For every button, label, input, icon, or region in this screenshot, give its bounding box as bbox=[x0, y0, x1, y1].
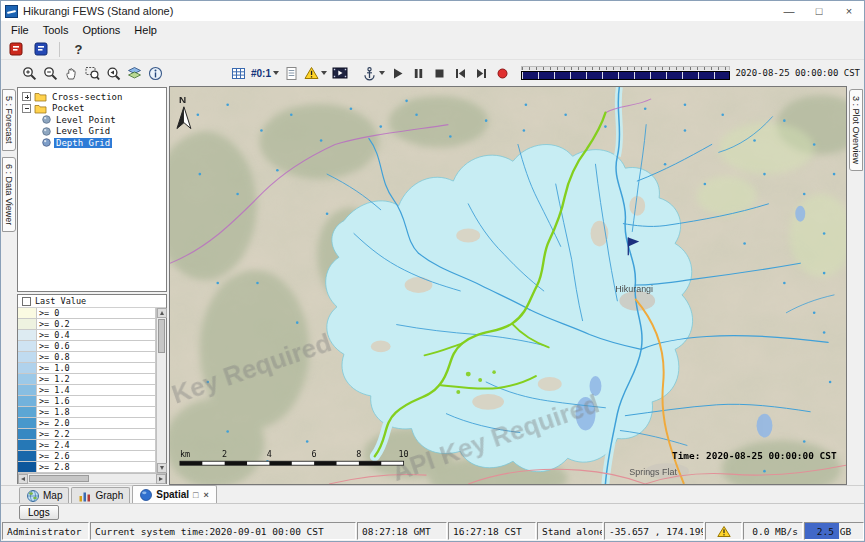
legend-label: >= 1.8 bbox=[37, 407, 156, 417]
title-bar: Hikurangi FEWS (Stand alone) — □ × bbox=[1, 1, 864, 21]
menu-options[interactable]: Options bbox=[75, 22, 127, 38]
app-logo-icon bbox=[5, 5, 18, 18]
skip-to-end-button[interactable] bbox=[471, 63, 492, 83]
tree-node-label[interactable]: Pocket bbox=[50, 103, 87, 113]
map-view[interactable]: API Key Required API Key Required Hikura… bbox=[169, 86, 847, 485]
datetime-display: 2020-08-25 00:00:00 CST bbox=[735, 68, 864, 78]
undock-tab-icon[interactable]: □ bbox=[192, 490, 199, 500]
status-bar: Administrator Current system time:2020-0… bbox=[1, 521, 864, 541]
warning-dropdown[interactable] bbox=[302, 63, 329, 83]
north-label: N bbox=[179, 94, 186, 105]
close-button[interactable]: × bbox=[834, 1, 864, 21]
legend-swatch bbox=[18, 429, 37, 439]
legend-panel: Last Value >= 0 >= 0.2 >= 0.4 >= 0.6 >= … bbox=[17, 294, 167, 484]
record-button[interactable] bbox=[492, 63, 513, 83]
scroll-thumb[interactable] bbox=[158, 319, 165, 353]
tab-forecast[interactable]: 5 : Forecast bbox=[2, 89, 16, 151]
layer-tree: Cross-section Pocket Level Point Level G… bbox=[17, 87, 167, 292]
info-button[interactable] bbox=[145, 63, 166, 83]
expand-icon[interactable] bbox=[22, 92, 31, 101]
legend-label: >= 0.6 bbox=[37, 341, 156, 351]
skip-to-start-button[interactable] bbox=[450, 63, 471, 83]
scroll-left-arrow[interactable] bbox=[18, 474, 28, 484]
layers-button[interactable] bbox=[124, 63, 145, 83]
grid-display-button[interactable] bbox=[228, 63, 249, 83]
legend-swatch bbox=[18, 396, 37, 406]
scale-tick: 2 bbox=[222, 449, 227, 459]
scroll-right-arrow[interactable] bbox=[156, 474, 166, 484]
tree-node-level-grid[interactable]: Level Grid bbox=[18, 126, 166, 138]
zoom-in-button[interactable] bbox=[19, 63, 40, 83]
scale-tick: 6 bbox=[312, 449, 317, 459]
document-button[interactable] bbox=[281, 63, 302, 83]
tree-node-label[interactable]: Cross-section bbox=[50, 92, 124, 102]
legend-row: >= 0.2 bbox=[18, 319, 156, 330]
maximize-button[interactable]: □ bbox=[804, 1, 834, 21]
zoom-out-button[interactable] bbox=[40, 63, 61, 83]
tab-data-viewer[interactable]: 6 : Data Viewer bbox=[2, 157, 16, 232]
tree-node-cross-section[interactable]: Cross-section bbox=[18, 91, 166, 103]
legend-vertical-scrollbar[interactable] bbox=[156, 308, 166, 473]
help-button[interactable]: ? bbox=[68, 39, 89, 59]
status-system-time: Current system time:2020-09-01 00:00 CST bbox=[90, 522, 356, 540]
frame-selector-dropdown[interactable]: #0:1 bbox=[249, 63, 281, 83]
warning-icon bbox=[304, 66, 319, 80]
scroll-up-arrow[interactable] bbox=[157, 308, 167, 318]
tree-node-label[interactable]: Level Point bbox=[54, 115, 118, 125]
legend-label: >= 1.4 bbox=[37, 385, 156, 395]
menu-tools[interactable]: Tools bbox=[36, 22, 76, 38]
collapse-icon[interactable] bbox=[22, 104, 31, 113]
tree-node-label-selected[interactable]: Depth Grid bbox=[54, 138, 112, 148]
logs-button[interactable]: Logs bbox=[19, 505, 59, 520]
stop-button[interactable] bbox=[429, 63, 450, 83]
memory-usage-label: 2.5 GB bbox=[817, 526, 851, 537]
legend-row: >= 2.2 bbox=[18, 429, 156, 440]
timeline-bar[interactable] bbox=[521, 71, 730, 80]
status-warning[interactable] bbox=[705, 522, 742, 540]
legend-row: >= 1.4 bbox=[18, 385, 156, 396]
last-value-checkbox[interactable] bbox=[22, 297, 31, 306]
tree-node-level-point[interactable]: Level Point bbox=[18, 114, 166, 126]
zoom-box-button[interactable] bbox=[82, 63, 103, 83]
pan-hand-button[interactable] bbox=[61, 63, 82, 83]
tab-spatial[interactable]: Spatial □ × bbox=[132, 485, 217, 503]
tab-spatial-label: Spatial bbox=[156, 489, 189, 500]
play-button[interactable] bbox=[387, 63, 408, 83]
minimize-button[interactable]: — bbox=[774, 1, 804, 21]
tab-map[interactable]: Map bbox=[19, 487, 69, 503]
left-panel: Cross-section Pocket Level Point Level G… bbox=[17, 86, 169, 485]
menu-help[interactable]: Help bbox=[127, 22, 164, 38]
close-tab-icon[interactable]: × bbox=[202, 490, 209, 500]
scroll-thumb[interactable] bbox=[29, 475, 89, 482]
tab-plot-overview[interactable]: 3 : Plot Overview bbox=[849, 89, 863, 171]
tree-node-label[interactable]: Level Grid bbox=[54, 126, 112, 136]
anchor-dropdown[interactable] bbox=[360, 63, 387, 83]
database-blue-icon[interactable] bbox=[30, 39, 51, 59]
database-red-icon[interactable] bbox=[5, 39, 26, 59]
anchor-icon bbox=[362, 66, 377, 81]
timeline-slider[interactable] bbox=[521, 65, 730, 81]
zoom-previous-button[interactable] bbox=[103, 63, 124, 83]
scroll-down-arrow[interactable] bbox=[157, 463, 167, 473]
layer-sphere-icon bbox=[42, 115, 51, 124]
pause-button[interactable] bbox=[408, 63, 429, 83]
status-mode: Stand alone bbox=[537, 522, 603, 540]
legend-label: >= 0.4 bbox=[37, 330, 156, 340]
scale-tick: 4 bbox=[267, 449, 272, 459]
toolbar-top: ? bbox=[1, 39, 864, 60]
movie-export-button[interactable] bbox=[329, 63, 350, 83]
legend-row: >= 0 bbox=[18, 308, 156, 319]
menu-file[interactable]: File bbox=[4, 22, 36, 38]
legend-horizontal-scrollbar[interactable] bbox=[18, 473, 166, 483]
tree-node-pocket[interactable]: Pocket bbox=[18, 103, 166, 115]
status-memory: 2.5 GB bbox=[804, 522, 864, 540]
warning-icon bbox=[717, 525, 731, 538]
toolbar-separator bbox=[59, 42, 60, 57]
legend-swatch bbox=[18, 462, 37, 472]
tab-graph[interactable]: Graph bbox=[71, 487, 130, 503]
tree-node-depth-grid[interactable]: Depth Grid bbox=[18, 137, 166, 149]
scale-tick: 10 bbox=[399, 449, 409, 459]
scale-tick: 8 bbox=[356, 449, 361, 459]
last-value-label: Last Value bbox=[35, 296, 86, 306]
legend-row: >= 0.4 bbox=[18, 330, 156, 341]
